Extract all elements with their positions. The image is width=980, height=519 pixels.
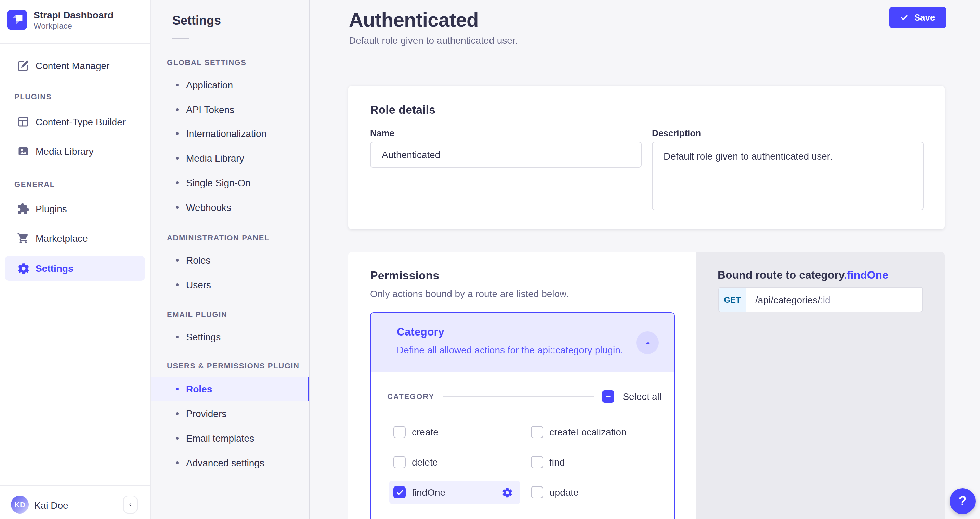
bullet-icon (176, 283, 178, 286)
select-all-label: Select all (622, 391, 662, 402)
permission-create: create (393, 424, 439, 440)
check-icon (396, 489, 403, 496)
page-subtitle: Default role given to authenticated user… (349, 35, 517, 46)
route-param: :id (820, 294, 830, 305)
bullet-icon (176, 206, 178, 209)
http-method-badge: GET (719, 287, 746, 311)
delete-checkbox[interactable] (393, 456, 406, 468)
workspace-subtitle: Workplace (33, 21, 72, 31)
sidebar-item-settings[interactable]: Settings (5, 256, 145, 281)
category-accordion-header[interactable]: Category Define all allowed actions for … (371, 313, 674, 372)
picture-icon (16, 144, 30, 158)
subnav-item-application[interactable]: Application (151, 77, 309, 93)
role-name-input[interactable] (370, 142, 642, 168)
bullet-icon (176, 83, 178, 86)
description-label: Description (652, 128, 701, 138)
permission-findOne-selected: findOne (389, 481, 520, 504)
bullet-icon (176, 412, 178, 415)
subnav-item-api-tokens[interactable]: API Tokens (151, 101, 309, 118)
createLocalization-checkbox[interactable] (531, 426, 543, 438)
sidebar-item-marketplace[interactable]: Marketplace (0, 227, 151, 250)
subnav-section-users-permissions-plugin: USERS & PERMISSIONS PLUGIN (167, 361, 300, 370)
bullet-icon (176, 462, 178, 464)
subnav-item-single-sign-on[interactable]: Single Sign-On (151, 175, 309, 191)
route-path: /api/categories/:id (746, 287, 830, 311)
sidebar-item-content-manager[interactable]: Content Manager (0, 54, 151, 77)
pen-square-icon (16, 59, 30, 73)
accordion-description: Define all allowed actions for the api::… (397, 344, 623, 355)
collapse-sidebar-button[interactable] (123, 496, 137, 514)
sidebar-item-plugins[interactable]: Plugins (0, 197, 151, 220)
sidebar-section-general: GENERAL (14, 180, 55, 188)
permissions-card: Permissions Only actions bound by a rout… (348, 252, 697, 519)
category-group-row: CATEGORY Select all (371, 390, 674, 402)
subnav-section-administration-panel: ADMINISTRATION PANEL (167, 233, 270, 242)
permission-delete: delete (393, 454, 438, 470)
bullet-icon (176, 259, 178, 262)
check-icon (900, 13, 909, 22)
chevron-left-icon (128, 500, 133, 509)
subnav-item-media-library[interactable]: Media Library (151, 150, 309, 166)
strapi-logo (7, 10, 27, 30)
name-label: Name (370, 128, 395, 138)
minus-icon (605, 393, 612, 400)
role-details-card: Role details Name Description Default ro… (348, 86, 945, 229)
role-details-title: Role details (370, 104, 436, 117)
sidebar-item-media-library[interactable]: Media Library (0, 140, 151, 163)
permissions-title: Permissions (370, 269, 439, 283)
select-all-checkbox[interactable] (602, 390, 614, 402)
bullet-icon (176, 388, 178, 390)
subnav-section-global-settings: GLOBAL SETTINGS (167, 58, 247, 66)
bound-route-action: .findOne (844, 269, 888, 281)
gear-icon (16, 262, 30, 275)
subnav-title-divider (172, 38, 189, 39)
permission-update: update (531, 484, 579, 500)
triangle-up-icon (643, 339, 652, 347)
help-button[interactable]: ? (950, 488, 975, 514)
permission-find: find (531, 454, 565, 470)
role-description-textarea[interactable]: Default role given to authenticated user… (652, 142, 924, 210)
category-accordion: Category Define all allowed actions for … (370, 312, 675, 519)
main-content: Authenticated Default role given to auth… (310, 0, 980, 519)
sidebar-divider (0, 485, 150, 486)
subnav-item-advanced-settings[interactable]: Advanced settings (151, 455, 309, 471)
find-checkbox[interactable] (531, 456, 543, 468)
puzzle-icon (16, 202, 30, 216)
workspace-brand: Strapi Dashboard Workplace (0, 0, 150, 44)
subnav-item-email-settings[interactable]: Settings (151, 329, 309, 345)
bullet-icon (176, 108, 178, 111)
findOne-checkbox[interactable] (393, 486, 406, 498)
subnav-item-admin-users[interactable]: Users (151, 276, 309, 293)
subnav-item-email-templates[interactable]: Email templates (151, 430, 309, 446)
save-button[interactable]: Save (889, 7, 946, 28)
permissions-subtitle: Only actions bound by a route are listed… (370, 288, 569, 299)
create-checkbox[interactable] (393, 426, 406, 438)
subnav-item-up-roles[interactable]: Roles (151, 377, 309, 401)
gear-icon (501, 487, 513, 498)
route-display[interactable]: GET /api/categories/:id (718, 287, 923, 312)
subnav-title: Settings (172, 14, 221, 28)
bullet-icon (176, 182, 178, 184)
accordion-collapse-button[interactable] (636, 331, 659, 354)
findOne-settings-gear-button[interactable] (501, 487, 513, 498)
subnav-item-admin-roles[interactable]: Roles (151, 252, 309, 268)
page-title: Authenticated (349, 9, 479, 32)
bullet-icon (176, 157, 178, 160)
bullet-icon (176, 132, 178, 135)
subnav-section-email-plugin: EMAIL PLUGIN (167, 310, 227, 318)
subnav-item-internationalization[interactable]: Internationalization (151, 125, 309, 142)
bound-route-title: Bound route to category.findOne (718, 269, 888, 281)
accordion-title: Category (397, 326, 444, 338)
subnav-item-providers[interactable]: Providers (151, 406, 309, 422)
main-sidebar: Strapi Dashboard Workplace Content Manag… (0, 0, 151, 519)
cart-icon (16, 232, 30, 245)
sidebar-section-plugins: PLUGINS (14, 93, 52, 101)
bullet-icon (176, 437, 178, 439)
update-checkbox[interactable] (531, 486, 543, 498)
workspace-title: Strapi Dashboard (33, 10, 113, 21)
subnav-item-webhooks[interactable]: Webhooks (151, 199, 309, 216)
layout-icon (16, 115, 30, 129)
user-name: Kai Doe (34, 500, 68, 511)
settings-subnav: Settings GLOBAL SETTINGS Application API… (151, 0, 310, 519)
sidebar-item-content-type-builder[interactable]: Content-Type Builder (0, 110, 151, 134)
